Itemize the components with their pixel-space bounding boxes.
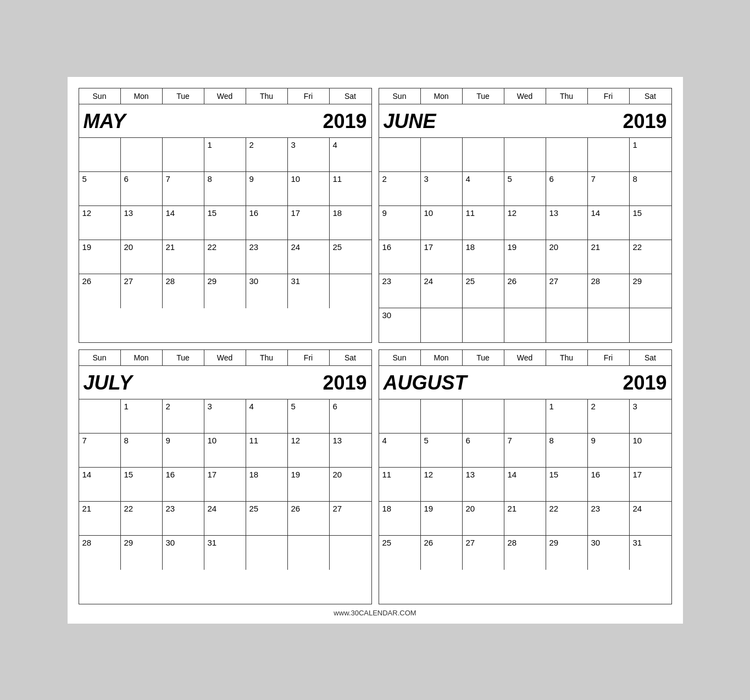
day-number: 22 [633, 242, 668, 252]
day-name-wed: Wed [504, 88, 546, 104]
year-title: 2019 [623, 371, 666, 395]
day-number: 12 [508, 208, 542, 218]
day-cell: 10 [204, 434, 246, 468]
day-cell [463, 308, 504, 342]
day-cell: 27 [546, 274, 588, 308]
day-number: 12 [291, 436, 326, 445]
day-cell: 28 [79, 536, 121, 570]
day-name-mon: Mon [421, 88, 463, 104]
day-cell [379, 138, 421, 172]
day-cell [504, 308, 546, 342]
day-cell: 22 [546, 502, 588, 536]
day-cell: 11 [246, 434, 288, 468]
day-number: 12 [82, 208, 117, 218]
day-cell: 3 [288, 138, 330, 172]
day-cell: 6 [463, 434, 504, 468]
day-name-tue: Tue [463, 88, 504, 104]
day-number: 21 [82, 504, 117, 513]
day-number: 13 [333, 436, 368, 445]
day-cell: 2 [163, 399, 204, 434]
calendar-may-2019: SunMonTueWedThuFriSatMAY2019123456789101… [79, 88, 372, 343]
day-number: 22 [124, 504, 159, 513]
day-number: 6 [549, 174, 584, 184]
day-cell: 30 [588, 536, 630, 570]
day-cell: 17 [421, 240, 463, 274]
day-cell: 11 [463, 206, 504, 240]
day-cell: 4 [246, 399, 288, 434]
day-cell: 9 [379, 206, 421, 240]
day-number: 1 [549, 402, 584, 411]
day-number: 5 [424, 436, 459, 445]
day-cell [121, 138, 163, 172]
day-number: 11 [466, 208, 501, 218]
day-number: 24 [424, 276, 459, 286]
day-cell [379, 399, 421, 434]
day-cell: 28 [163, 274, 204, 308]
day-cell [421, 399, 463, 434]
day-cell [504, 399, 546, 434]
day-cell: 20 [463, 502, 504, 536]
day-cell: 12 [288, 434, 330, 468]
day-cell: 4 [330, 138, 371, 172]
month-year-row: JULY2019 [79, 366, 371, 399]
day-cell [504, 138, 546, 172]
day-cell: 7 [504, 434, 546, 468]
day-cell [463, 399, 504, 434]
day-cell: 26 [288, 502, 330, 536]
day-cell: 4 [463, 172, 504, 206]
day-number: 31 [633, 538, 668, 547]
day-number: 27 [466, 538, 501, 547]
day-number: 5 [508, 174, 542, 184]
day-number: 15 [124, 470, 159, 479]
day-number: 27 [549, 276, 584, 286]
day-cell: 15 [204, 206, 246, 240]
day-cell: 1 [546, 399, 588, 434]
month-title: JUNE [384, 110, 436, 133]
day-cell: 6 [330, 399, 371, 434]
day-number: 22 [549, 504, 584, 513]
month-year-row: AUGUST2019 [379, 366, 671, 399]
day-cell: 12 [421, 468, 463, 502]
day-number: 16 [382, 242, 417, 252]
day-cell: 5 [79, 172, 121, 206]
day-cell: 29 [630, 274, 671, 308]
day-cell: 2 [588, 399, 630, 434]
day-number: 18 [333, 208, 368, 218]
day-cell [546, 308, 588, 342]
day-cell: 25 [379, 536, 421, 570]
day-number: 2 [166, 402, 201, 411]
day-cell: 13 [330, 434, 371, 468]
day-number: 26 [508, 276, 542, 286]
day-number: 7 [166, 174, 201, 184]
day-name-sun: Sun [79, 88, 121, 104]
day-number: 6 [466, 436, 501, 445]
day-cell: 21 [588, 240, 630, 274]
footer: www.30CALENDAR.COM [79, 604, 672, 618]
day-cell: 9 [588, 434, 630, 468]
day-number: 23 [382, 276, 417, 286]
day-cell: 7 [163, 172, 204, 206]
day-name-tue: Tue [163, 350, 204, 365]
day-name-sun: Sun [79, 350, 121, 365]
day-number: 9 [591, 436, 626, 445]
day-number: 17 [291, 208, 326, 218]
calendar-august-2019: SunMonTueWedThuFriSatAUGUST2019123456789… [379, 349, 672, 604]
day-cell: 27 [463, 536, 504, 570]
day-cell: 29 [204, 274, 246, 308]
day-cell: 5 [504, 172, 546, 206]
day-number: 28 [591, 276, 626, 286]
days-grid: 1234567891011121314151617181920212223242… [379, 399, 671, 570]
day-cell: 31 [288, 274, 330, 308]
day-cell: 18 [330, 206, 371, 240]
day-number: 29 [124, 538, 159, 547]
day-cell: 6 [121, 172, 163, 206]
day-number: 6 [124, 174, 159, 184]
day-cell: 25 [463, 274, 504, 308]
day-cell: 19 [288, 468, 330, 502]
day-cell: 21 [79, 502, 121, 536]
day-cell: 8 [630, 172, 671, 206]
day-cell [330, 536, 371, 570]
day-number: 18 [466, 242, 501, 252]
day-cell: 9 [163, 434, 204, 468]
days-grid: 1234567891011121314151617181920212223242… [79, 399, 371, 570]
